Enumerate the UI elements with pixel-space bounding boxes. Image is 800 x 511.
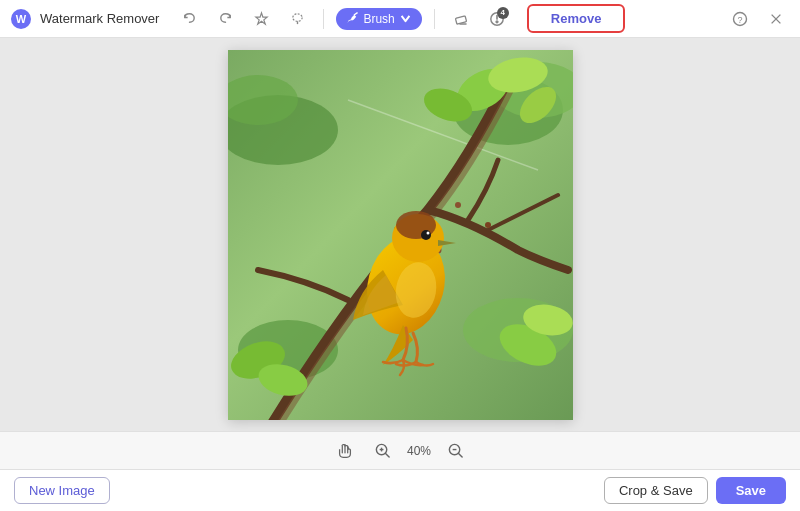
- lasso-button[interactable]: [283, 5, 311, 33]
- svg-point-24: [455, 202, 461, 208]
- pan-tool-button[interactable]: [331, 437, 359, 465]
- help-button[interactable]: ?: [726, 5, 754, 33]
- selection-button[interactable]: [247, 5, 275, 33]
- zoom-in-button[interactable]: [369, 437, 397, 465]
- brush-label: Brush: [363, 12, 394, 26]
- zoom-out-button[interactable]: [441, 437, 469, 465]
- footer-right: Crop & Save Save: [604, 477, 786, 504]
- footer-left: New Image: [14, 477, 110, 504]
- canvas-area: [0, 38, 800, 431]
- close-button[interactable]: [762, 5, 790, 33]
- main-image: [228, 50, 573, 420]
- svg-rect-6: [455, 15, 466, 23]
- crop-save-button[interactable]: Crop & Save: [604, 477, 708, 504]
- image-canvas[interactable]: [228, 50, 573, 420]
- eraser-button[interactable]: [447, 5, 475, 33]
- svg-point-39: [421, 230, 431, 240]
- svg-point-3: [293, 14, 302, 22]
- svg-text:?: ?: [737, 15, 742, 25]
- toolbar-separator: [323, 9, 324, 29]
- svg-point-40: [426, 231, 429, 234]
- brush-dropdown-icon: [399, 12, 412, 25]
- svg-point-10: [496, 20, 498, 22]
- brush-button[interactable]: Brush: [336, 8, 421, 30]
- app-title: Watermark Remover: [40, 11, 159, 26]
- titlebar: W Watermark Remover Brush: [0, 0, 800, 38]
- new-image-button[interactable]: New Image: [14, 477, 110, 504]
- notification-badge-count: 4: [497, 7, 509, 19]
- remove-button[interactable]: Remove: [527, 4, 626, 33]
- svg-line-5: [355, 13, 358, 15]
- svg-point-26: [485, 222, 491, 228]
- svg-line-47: [458, 453, 462, 457]
- toolbar-separator-2: [434, 9, 435, 29]
- footer: New Image Crop & Save Save: [0, 469, 800, 511]
- redo-button[interactable]: [211, 5, 239, 33]
- notification-button[interactable]: 4: [483, 5, 511, 33]
- zoom-level: 40%: [407, 444, 431, 458]
- app-logo: W: [10, 8, 32, 30]
- svg-text:W: W: [16, 13, 27, 25]
- undo-button[interactable]: [175, 5, 203, 33]
- brush-icon: [346, 12, 359, 25]
- zoom-bar: 40%: [0, 431, 800, 469]
- save-button[interactable]: Save: [716, 477, 786, 504]
- svg-line-44: [386, 453, 390, 457]
- svg-marker-2: [256, 13, 267, 24]
